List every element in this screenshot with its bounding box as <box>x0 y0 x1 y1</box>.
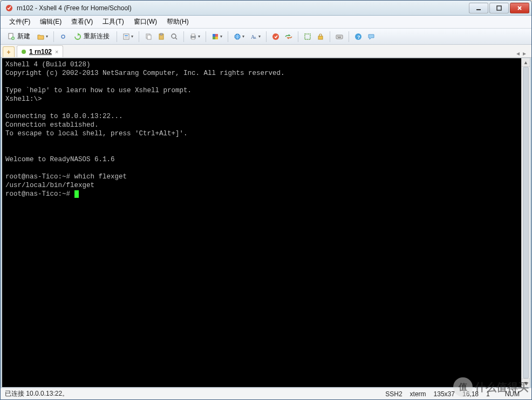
reconnect-button[interactable]: 重新连接 <box>70 31 113 43</box>
menu-tools[interactable]: 工具(T) <box>98 16 128 28</box>
scrollbar[interactable]: ▲ ▼ <box>521 58 530 387</box>
tab-scroll-left[interactable]: ◂ <box>516 50 520 57</box>
svg-rect-18 <box>215 34 218 37</box>
svg-rect-10 <box>147 35 151 39</box>
svg-rect-8 <box>125 38 128 38</box>
svg-rect-26 <box>318 36 323 39</box>
svg-rect-17 <box>213 34 215 37</box>
status-protocol: SSH2 <box>385 390 402 398</box>
xftp-button[interactable] <box>270 31 282 43</box>
terminal-pane: Xshell 4 (Build 0128) Copyright (c) 2002… <box>2 58 530 388</box>
menu-window[interactable]: 窗口(W) <box>129 16 161 28</box>
find-button[interactable] <box>168 31 180 43</box>
copy-button[interactable] <box>142 31 154 43</box>
separator <box>266 31 267 42</box>
menu-file[interactable]: 文件(F) <box>5 16 35 28</box>
close-button[interactable] <box>510 3 529 13</box>
chevron-down-icon: ▾ <box>242 34 244 39</box>
svg-rect-25 <box>305 34 310 39</box>
status-num: NUM <box>505 390 520 398</box>
svg-text:A: A <box>254 36 256 40</box>
separator <box>298 31 298 42</box>
status-sessions: 1 <box>486 390 490 398</box>
link-button[interactable] <box>57 31 69 43</box>
open-button[interactable]: ▾ <box>35 31 50 43</box>
separator <box>206 31 206 42</box>
status-cursor: 16,18 <box>462 390 479 398</box>
svg-rect-20 <box>215 37 218 39</box>
status-dot-icon <box>22 50 26 54</box>
app-icon <box>5 4 13 12</box>
menu-help[interactable]: 帮助(H) <box>162 16 193 28</box>
app-window: rn102 - Xshell 4 (Free for Home/School) … <box>0 0 532 400</box>
titlebar[interactable]: rn102 - Xshell 4 (Free for Home/School) <box>1 1 531 16</box>
chat-button[interactable] <box>365 31 377 43</box>
svg-rect-15 <box>192 34 195 36</box>
close-tab-icon[interactable]: × <box>55 49 58 55</box>
chevron-down-icon: ▾ <box>258 34 261 39</box>
svg-point-24 <box>272 33 279 40</box>
statusbar: 已连接 10.0.0.13:22。 SSH2 xterm 135x37 16,1… <box>1 388 531 399</box>
paste-button[interactable] <box>155 31 167 43</box>
svg-rect-12 <box>160 33 162 35</box>
new-session-button[interactable]: 新建 <box>4 31 34 43</box>
transfer-button[interactable] <box>283 31 295 43</box>
svg-rect-32 <box>338 37 341 38</box>
help-button[interactable]: ? <box>352 31 364 43</box>
tab-rn102[interactable]: 1 rn102 × <box>17 45 63 57</box>
separator <box>53 31 54 42</box>
fullscreen-button[interactable] <box>302 31 313 43</box>
chevron-down-icon: ▾ <box>131 34 133 39</box>
window-controls <box>468 3 529 13</box>
font-button[interactable]: AA ▾ <box>248 31 263 43</box>
svg-rect-31 <box>340 36 341 37</box>
separator <box>349 31 349 42</box>
svg-rect-7 <box>125 37 128 37</box>
svg-rect-1 <box>476 9 481 10</box>
tab-scroll-right[interactable]: ▸ <box>523 50 526 57</box>
minimize-button[interactable] <box>469 3 488 13</box>
scroll-down-icon[interactable]: ▼ <box>522 378 530 387</box>
separator <box>330 31 330 42</box>
keyboard-button[interactable] <box>333 31 345 43</box>
menu-edit[interactable]: 编辑(E) <box>36 16 66 28</box>
menu-view[interactable]: 查看(V) <box>67 16 97 28</box>
properties-button[interactable]: ▾ <box>120 31 135 43</box>
print-button[interactable]: ▾ <box>187 31 202 43</box>
tab-label: 1 rn102 <box>29 48 52 56</box>
status-dimensions: 135x37 <box>434 390 455 398</box>
window-title: rn102 - Xshell 4 (Free for Home/School) <box>17 4 468 12</box>
svg-rect-27 <box>336 35 343 39</box>
menubar: 文件(F) 编辑(E) 查看(V) 工具(T) 窗口(W) 帮助(H) <box>1 16 531 29</box>
svg-rect-19 <box>213 37 215 39</box>
terminal[interactable]: Xshell 4 (Build 0128) Copyright (c) 2002… <box>2 58 521 387</box>
chevron-down-icon: ▾ <box>220 34 222 39</box>
scroll-up-icon[interactable]: ▲ <box>522 58 530 67</box>
svg-rect-6 <box>125 35 128 36</box>
toolbar: 新建 ▾ 重新连接 ▾ ▾ <box>1 29 531 45</box>
svg-point-13 <box>172 34 176 38</box>
separator <box>228 31 228 42</box>
maximize-button[interactable] <box>489 3 509 13</box>
separator <box>139 31 139 42</box>
separator <box>117 31 117 42</box>
reconnect-label: 重新连接 <box>84 32 110 41</box>
globe-button[interactable]: ▾ <box>231 31 247 43</box>
svg-rect-28 <box>337 36 338 37</box>
separator <box>183 31 184 42</box>
status-connection: 已连接 10.0.0.13:22。 <box>5 389 69 398</box>
svg-rect-16 <box>192 38 195 39</box>
svg-text:?: ? <box>357 35 360 40</box>
svg-rect-2 <box>497 6 501 10</box>
new-label: 新建 <box>17 32 30 41</box>
add-tab-button[interactable]: + <box>3 46 15 57</box>
color-scheme-button[interactable]: ▾ <box>209 31 224 43</box>
svg-rect-30 <box>339 36 340 37</box>
tabbar: + 1 rn102 × ◂ ▸ <box>1 45 531 58</box>
chevron-down-icon: ▾ <box>46 34 48 39</box>
lock-button[interactable] <box>315 31 326 43</box>
scroll-thumb[interactable] <box>523 67 529 378</box>
scroll-track[interactable] <box>522 67 530 378</box>
tab-scroll-arrows: ◂ ▸ <box>513 50 529 57</box>
svg-rect-29 <box>338 36 339 37</box>
